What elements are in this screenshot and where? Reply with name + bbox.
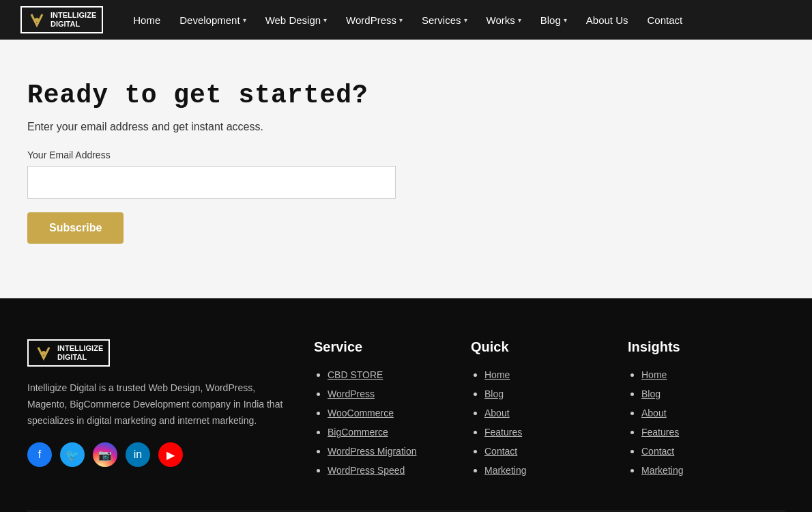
nav-development[interactable]: Development ▾ — [170, 14, 255, 26]
quick-list: Home Blog About Features Contact Marketi… — [471, 369, 614, 477]
instagram-icon[interactable]: 📷 — [93, 442, 117, 467]
chevron-down-icon: ▾ — [464, 16, 467, 24]
nav-services[interactable]: Services ▾ — [412, 14, 477, 26]
nav-wordpress[interactable]: WordPress ▾ — [336, 14, 412, 26]
list-item: Contact — [484, 445, 614, 457]
list-item: Blog — [484, 388, 614, 400]
list-item: About — [641, 407, 771, 419]
footer-quick-column: Quick Home Blog About Features Contact M… — [471, 339, 628, 483]
svg-point-1 — [35, 18, 39, 22]
quick-heading: Quick — [471, 339, 614, 355]
nav-contact[interactable]: Contact — [638, 14, 693, 26]
subscribe-button[interactable]: Subscribe — [27, 212, 124, 244]
facebook-icon[interactable]: f — [27, 442, 52, 467]
list-item: WordPress Speed — [328, 464, 457, 477]
insights-list: Home Blog About Features Contact Marketi… — [628, 369, 771, 477]
social-links: f 🐦 📷 in ▶ — [27, 442, 287, 467]
chevron-down-icon: ▾ — [323, 16, 327, 24]
page-subheading: Enter your email address and get instant… — [27, 121, 785, 133]
list-item: CBD STORE — [328, 369, 457, 381]
list-item: WooCommerce — [328, 407, 457, 419]
footer-brand-description: Intelligize Digital is a trusted Web Des… — [27, 380, 287, 429]
insights-heading: Insights — [628, 339, 771, 355]
footer-insights-column: Insights Home Blog About Features Contac… — [628, 339, 785, 483]
list-item: Features — [484, 426, 614, 438]
email-label: Your Email Address — [27, 150, 785, 160]
nav-logo[interactable]: INTELLIGIZE DIGITAL — [20, 6, 103, 33]
footer-service-column: Service CBD STORE WordPress WooCommerce … — [314, 339, 471, 483]
chevron-down-icon: ▾ — [564, 16, 567, 24]
list-item: Marketing — [484, 464, 614, 477]
list-item: Features — [641, 426, 771, 438]
chevron-down-icon: ▾ — [243, 16, 246, 24]
nav-home[interactable]: Home — [124, 14, 170, 26]
twitter-icon[interactable]: 🐦 — [60, 442, 85, 467]
list-item: Blog — [641, 388, 771, 400]
chevron-down-icon: ▾ — [399, 16, 403, 24]
nav-works[interactable]: Works ▾ — [477, 14, 531, 26]
list-item: Home — [641, 369, 771, 381]
list-item: Home — [484, 369, 614, 381]
list-item: Marketing — [641, 464, 771, 477]
list-item: About — [484, 407, 614, 419]
svg-point-3 — [42, 351, 46, 355]
youtube-icon[interactable]: ▶ — [158, 442, 183, 467]
navigation: INTELLIGIZE DIGITAL Home Development ▾ W… — [0, 0, 812, 40]
footer-brand: INTELLIGIZE DIGITAL Intelligize Digital … — [27, 339, 314, 483]
nav-blog[interactable]: Blog ▾ — [531, 14, 577, 26]
list-item: Contact — [641, 445, 771, 457]
list-item: WordPress Migration — [328, 445, 457, 457]
page-heading: Ready to get started? — [27, 81, 785, 110]
chevron-down-icon: ▾ — [518, 16, 521, 24]
nav-about-us[interactable]: About Us — [577, 14, 638, 26]
service-heading: Service — [314, 339, 457, 355]
service-list: CBD STORE WordPress WooCommerce BigComme… — [314, 369, 457, 477]
main-section: Ready to get started? Enter your email a… — [0, 40, 812, 298]
list-item: BigCommerce — [328, 426, 457, 438]
list-item: WordPress — [328, 388, 457, 400]
footer: INTELLIGIZE DIGITAL Intelligize Digital … — [0, 298, 812, 512]
footer-logo: INTELLIGIZE DIGITAL — [27, 339, 287, 367]
nav-web-design[interactable]: Web Design ▾ — [256, 14, 336, 26]
linkedin-icon[interactable]: in — [126, 442, 150, 467]
email-input[interactable] — [27, 166, 396, 199]
